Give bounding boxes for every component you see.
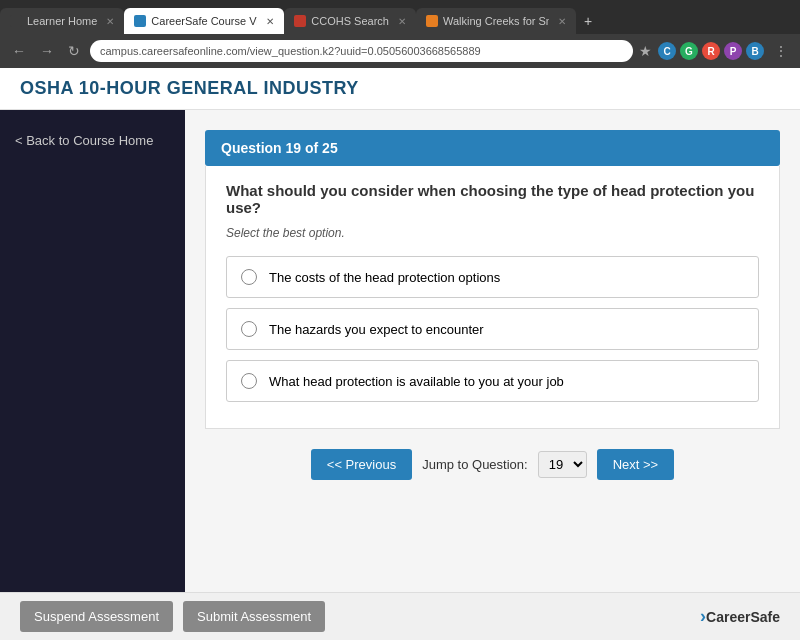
content-area: < Back to Course Home Question 19 of 25 … bbox=[0, 110, 800, 592]
question-number: Question 19 of 25 bbox=[221, 140, 338, 156]
extension-icons: C G R P B bbox=[658, 42, 764, 60]
address-bar[interactable]: campus.careersafeonline.com/view_questio… bbox=[90, 40, 633, 62]
ext-icon-4: P bbox=[724, 42, 742, 60]
question-header: Question 19 of 25 bbox=[205, 130, 780, 166]
reload-button[interactable]: ↻ bbox=[64, 41, 84, 61]
main-content: Question 19 of 25 What should you consid… bbox=[185, 110, 800, 592]
browser-chrome: Learner Home ✕ CareerSafe Course Viewer … bbox=[0, 0, 800, 68]
prev-button[interactable]: << Previous bbox=[311, 449, 412, 480]
radio-option-3[interactable] bbox=[241, 373, 257, 389]
tab-ccohs-label: CCOHS Search bbox=[311, 15, 389, 27]
address-bar-row: ← → ↻ campus.careersafeonline.com/view_q… bbox=[0, 34, 800, 68]
question-text: What should you consider when choosing t… bbox=[226, 182, 759, 216]
menu-button[interactable]: ⋮ bbox=[770, 41, 792, 61]
page-header: OSHA 10-HOUR GENERAL INDUSTRY bbox=[0, 68, 800, 110]
page-title: OSHA 10-HOUR GENERAL INDUSTRY bbox=[20, 78, 780, 99]
bottom-left-actions: Suspend Assessment Submit Assessment bbox=[20, 601, 325, 632]
next-button[interactable]: Next >> bbox=[597, 449, 675, 480]
navigation-row: << Previous Jump to Question: 19 1 2 3 1… bbox=[205, 449, 780, 480]
tab-careersafe-label: CareerSafe Course Viewer bbox=[151, 15, 257, 27]
answer-option-2[interactable]: The hazards you expect to encounter bbox=[226, 308, 759, 350]
radio-option-1[interactable] bbox=[241, 269, 257, 285]
option-1-text: The costs of the head protection options bbox=[269, 270, 500, 285]
back-button[interactable]: ← bbox=[8, 41, 30, 61]
tab-walking-label: Walking Creeks for Snakes in M... bbox=[443, 15, 549, 27]
app-container: OSHA 10-HOUR GENERAL INDUSTRY < Back to … bbox=[0, 68, 800, 640]
tab-careersafe-close[interactable]: ✕ bbox=[266, 16, 274, 27]
sidebar: < Back to Course Home bbox=[0, 110, 185, 592]
tab-walking-close[interactable]: ✕ bbox=[558, 16, 566, 27]
ext-icon-2: G bbox=[680, 42, 698, 60]
answer-option-1[interactable]: The costs of the head protection options bbox=[226, 256, 759, 298]
address-text: campus.careersafeonline.com/view_questio… bbox=[100, 45, 481, 57]
forward-button[interactable]: → bbox=[36, 41, 58, 61]
tab-walking[interactable]: Walking Creeks for Snakes in M... ✕ bbox=[416, 8, 576, 34]
tab-learner-label: Learner Home bbox=[27, 15, 97, 27]
back-to-course-link[interactable]: < Back to Course Home bbox=[0, 125, 185, 156]
ext-icon-5: B bbox=[746, 42, 764, 60]
careersafe-logo: ›CareerSafe bbox=[700, 606, 780, 627]
option-2-text: The hazards you expect to encounter bbox=[269, 322, 484, 337]
jump-label: Jump to Question: bbox=[422, 457, 528, 472]
jump-select[interactable]: 19 1 2 3 18 20 25 bbox=[538, 451, 587, 478]
logo-text: ›CareerSafe bbox=[700, 606, 780, 627]
tab-ccohs[interactable]: CCOHS Search ✕ bbox=[284, 8, 416, 34]
bottom-bar: Suspend Assessment Submit Assessment ›Ca… bbox=[0, 592, 800, 640]
radio-option-2[interactable] bbox=[241, 321, 257, 337]
suspend-button[interactable]: Suspend Assessment bbox=[20, 601, 173, 632]
new-tab-button[interactable]: + bbox=[576, 8, 600, 34]
tab-bar: Learner Home ✕ CareerSafe Course Viewer … bbox=[0, 0, 800, 34]
answer-option-3[interactable]: What head protection is available to you… bbox=[226, 360, 759, 402]
submit-button[interactable]: Submit Assessment bbox=[183, 601, 325, 632]
ext-icon-1: C bbox=[658, 42, 676, 60]
tab-learner-close[interactable]: ✕ bbox=[106, 16, 114, 27]
option-3-text: What head protection is available to you… bbox=[269, 374, 564, 389]
tab-ccohs-close[interactable]: ✕ bbox=[398, 16, 406, 27]
ext-icon-3: R bbox=[702, 42, 720, 60]
bookmark-button[interactable]: ★ bbox=[639, 43, 652, 59]
tab-learner[interactable]: Learner Home ✕ bbox=[0, 8, 124, 34]
question-box: What should you consider when choosing t… bbox=[205, 166, 780, 429]
select-instruction: Select the best option. bbox=[226, 226, 759, 240]
tab-careersafe[interactable]: CareerSafe Course Viewer ✕ bbox=[124, 8, 284, 34]
